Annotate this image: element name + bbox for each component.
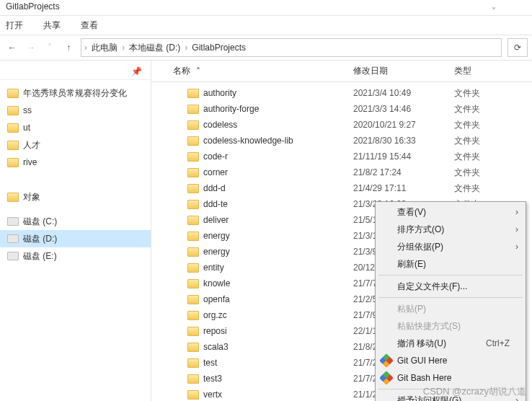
breadcrumb[interactable]: › 此电脑 › 本地磁盘 (D:) › GitlabProjects ˅	[81, 38, 502, 57]
file-name: test	[203, 358, 217, 368]
sidebar-item[interactable]: rive	[0, 154, 151, 171]
file-name: org.zc	[203, 310, 227, 320]
sidebar-item[interactable]: 对象	[0, 188, 151, 206]
nav-up-button[interactable]: ↑	[61, 40, 76, 56]
table-row[interactable]: authority2021/3/4 10:49文件夹	[151, 85, 532, 101]
sort-indicator-icon: ˄	[196, 66, 200, 76]
file-name: ddd-d	[203, 183, 226, 193]
menu-bar: 打开 共享 查看	[0, 16, 532, 35]
sidebar: 📌 年选秀球员常规赛得分变化ssut人才rive 对象 磁盘 (C:)磁盘 (D…	[0, 61, 151, 401]
file-type: 文件夹	[454, 182, 532, 195]
sidebar-drive[interactable]: 磁盘 (E:)	[0, 247, 151, 265]
folder-icon	[187, 120, 199, 130]
crumb-drive[interactable]: 本地磁盘 (D:)	[126, 42, 183, 54]
toolbar: ← → ˅ ↑ › 此电脑 › 本地磁盘 (D:) › GitlabProjec…	[0, 35, 532, 61]
file-date: 21/11/19 15:44	[353, 151, 454, 162]
context-menu-item[interactable]: Git Bash Here	[377, 369, 524, 387]
file-date: 2021/3/3 14:46	[353, 104, 454, 114]
context-menu-item[interactable]: 撤消 移动(U)Ctrl+Z	[377, 335, 524, 352]
folder-icon	[7, 141, 19, 150]
file-name: ddd-te	[203, 199, 228, 209]
chevron-right-icon: ›	[515, 207, 518, 217]
folder-icon	[187, 184, 199, 193]
col-date[interactable]: 修改日期	[353, 65, 454, 77]
nav-history-button[interactable]: ˅	[42, 40, 58, 56]
file-name: openfa	[203, 294, 230, 304]
col-type[interactable]: 类型	[454, 65, 532, 77]
drive-icon	[7, 252, 19, 260]
sidebar-item[interactable]	[0, 171, 151, 188]
nav-back-button[interactable]: ←	[4, 40, 20, 56]
file-name: codeless-knowledge-lib	[203, 136, 293, 146]
context-menu-item[interactable]: 分组依据(P)›	[377, 238, 524, 255]
table-row[interactable]: codeless-knowledge-lib2021/8/30 16:33文件夹	[151, 133, 532, 149]
context-menu-item[interactable]: Git GUI Here	[377, 352, 524, 369]
folder-icon	[187, 374, 199, 384]
chevron-down-icon[interactable]: ˅	[492, 6, 496, 17]
context-menu-item[interactable]: 刷新(E)	[377, 255, 524, 273]
file-name: corner	[203, 167, 228, 177]
menu-view[interactable]: 查看	[81, 19, 98, 32]
file-name: entity	[203, 263, 224, 273]
file-date: 21/4/29 17:11	[353, 183, 454, 193]
refresh-button[interactable]: ⟳	[507, 38, 528, 57]
drive-icon	[7, 234, 19, 243]
table-row[interactable]: codeless2020/10/21 9:27文件夹	[151, 117, 532, 133]
file-name: energy	[203, 231, 230, 241]
folder-icon	[7, 158, 19, 167]
file-date: 21/8/2 17:24	[353, 167, 454, 177]
file-name: deliver	[203, 215, 229, 225]
file-pane[interactable]: 名称˄ 修改日期 类型 authority2021/3/4 10:49文件夹au…	[151, 61, 532, 401]
sidebar-drive[interactable]: 磁盘 (C:)	[0, 213, 151, 230]
table-row[interactable]: ddd-d21/4/29 17:11文件夹	[151, 180, 532, 196]
folder-icon	[187, 263, 199, 273]
separator	[378, 275, 523, 276]
crumb-folder[interactable]: GitlabProjects	[189, 43, 249, 53]
table-row[interactable]: code-r21/11/19 15:44文件夹	[151, 149, 532, 164]
file-type: 文件夹	[454, 167, 532, 179]
folder-icon	[187, 168, 199, 177]
folder-icon	[187, 247, 199, 257]
table-row[interactable]: corner21/8/2 17:24文件夹	[151, 164, 532, 180]
sidebar-drive[interactable]: 磁盘 (D:)	[0, 230, 151, 247]
sidebar-item[interactable]: ss	[0, 102, 151, 119]
context-menu: 查看(V)›排序方式(O)›分组依据(P)›刷新(E)自定义文件夹(F)...粘…	[375, 201, 526, 401]
chevron-right-icon: ›	[84, 43, 87, 53]
col-name[interactable]: 名称˄	[151, 65, 353, 77]
folder-icon	[187, 89, 199, 98]
crumb-pc[interactable]: 此电脑	[89, 42, 120, 54]
table-row[interactable]: authority-forge2021/3/3 14:46文件夹	[151, 101, 532, 117]
chevron-right-icon: ›	[122, 43, 125, 53]
folder-icon	[187, 295, 199, 304]
folder-icon	[7, 123, 19, 133]
menu-share[interactable]: 共享	[43, 19, 61, 32]
file-type: 文件夹	[454, 87, 532, 100]
file-name: reposi	[203, 326, 227, 336]
pin-icon[interactable]: 📌	[131, 66, 142, 76]
folder-icon	[7, 106, 19, 115]
file-name: energy	[203, 247, 230, 257]
git-icon	[379, 353, 394, 368]
chevron-right-icon: ›	[185, 43, 187, 53]
sidebar-item[interactable]: ut	[0, 119, 151, 136]
menu-open[interactable]: 打开	[6, 19, 23, 32]
column-headers: 名称˄ 修改日期 类型	[151, 61, 532, 82]
file-date: 2020/10/21 9:27	[353, 120, 454, 130]
folder-icon	[187, 216, 199, 225]
file-type: 文件夹	[454, 135, 532, 147]
folder-icon	[187, 200, 199, 209]
chevron-right-icon: ›	[515, 242, 518, 252]
folder-icon	[187, 105, 199, 114]
context-menu-item[interactable]: 自定义文件夹(F)...	[377, 278, 524, 295]
context-menu-item: 粘贴快捷方式(S)	[377, 317, 524, 335]
context-menu-item[interactable]: 查看(V)›	[377, 203, 524, 221]
context-menu-item: 粘贴(P)	[377, 300, 524, 317]
context-menu-item[interactable]: 排序方式(O)›	[377, 221, 524, 238]
folder-icon	[187, 136, 199, 146]
file-date: 2021/3/4 10:49	[353, 88, 454, 98]
sidebar-item[interactable]: 人才	[0, 136, 151, 154]
sidebar-item[interactable]: 年选秀球员常规赛得分变化	[0, 84, 151, 102]
nav-forward-button: →	[23, 40, 39, 56]
file-name: test3	[203, 374, 222, 384]
folder-icon	[7, 193, 19, 202]
